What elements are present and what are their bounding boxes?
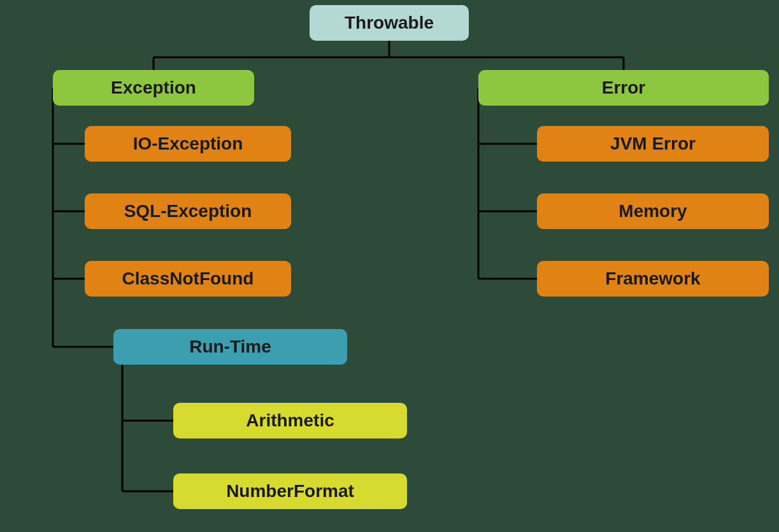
node-numberformat: NumberFormat	[173, 473, 407, 509]
node-framework: Framework	[537, 261, 769, 297]
node-io-exception: IO-Exception	[85, 126, 291, 162]
node-exception: Exception	[53, 70, 254, 106]
node-jvm-error: JVM Error	[537, 126, 769, 162]
node-error: Error	[478, 70, 769, 106]
node-arithmetic: Arithmetic	[173, 403, 407, 438]
node-throwable: Throwable	[310, 5, 469, 41]
node-sql-exception: SQL-Exception	[85, 193, 291, 229]
node-runtime: Run-Time	[113, 329, 347, 365]
node-memory: Memory	[537, 193, 769, 229]
node-classnotfound: ClassNotFound	[85, 261, 291, 297]
